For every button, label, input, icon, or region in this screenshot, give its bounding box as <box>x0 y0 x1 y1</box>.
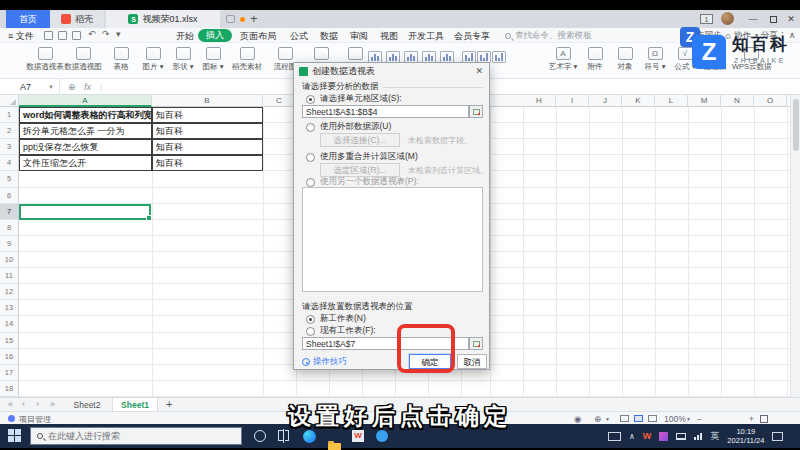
dialog-close-icon[interactable]: ✕ <box>475 66 483 76</box>
page-break-view-button[interactable] <box>648 415 657 422</box>
cancel-button[interactable]: 取消 <box>457 354 487 369</box>
cell-A3[interactable]: ppt没保存怎么恢复 <box>19 139 152 155</box>
row-header-12[interactable]: 12 <box>0 284 19 300</box>
row-header-15[interactable]: 15 <box>0 333 19 349</box>
page-layout-view-button[interactable] <box>634 415 643 422</box>
radio-new-worksheet[interactable]: 新工作表(N) <box>306 313 366 325</box>
save-icon[interactable] <box>44 31 53 40</box>
range-picker-button[interactable] <box>469 105 483 118</box>
cell-A4[interactable]: 文件压缩怎么开 <box>19 155 152 171</box>
focus-mode-icon[interactable]: ⊕ <box>594 414 601 424</box>
eye-protection-icon[interactable]: ◉ <box>574 414 581 424</box>
row-header-7[interactable]: 7 <box>0 204 19 220</box>
print-icon[interactable] <box>58 31 67 40</box>
avatar[interactable] <box>721 12 734 25</box>
cell-B3[interactable]: 知百科 <box>152 139 263 155</box>
ribbon-button-图标[interactable]: 图标 ▾ <box>194 47 232 72</box>
tips-link[interactable]: 操作技巧 <box>302 356 347 368</box>
row-header-5[interactable]: 5 <box>0 171 19 187</box>
radio-external-source[interactable]: 使用外部数据源(U) <box>306 121 391 133</box>
close-button[interactable]: ✕ <box>782 10 800 28</box>
ribbon-tab-开始[interactable]: 开始 <box>176 30 194 43</box>
row-header-14[interactable]: 14 <box>0 316 19 332</box>
cell-A2[interactable]: 拆分单元格怎么弄 一分为 <box>19 123 152 139</box>
sheet-tab-Sheet2[interactable]: Sheet2 <box>64 398 110 412</box>
dialog-title-bar[interactable]: 创建数据透视表 <box>294 63 489 79</box>
next-sheet-icon[interactable]: › <box>36 399 39 409</box>
export-icon[interactable] <box>72 31 81 40</box>
ribbon-button-数据透视图[interactable]: 数据透视图 <box>64 47 102 72</box>
zoom-in-button[interactable]: + <box>749 414 754 424</box>
normal-view-button[interactable] <box>620 415 629 422</box>
radio-cell-range[interactable]: 请选择单元格区域(S): <box>306 93 402 105</box>
sparkline-icon[interactable] <box>492 51 506 63</box>
last-sheet-icon[interactable]: » <box>50 399 55 409</box>
first-sheet-icon[interactable]: « <box>8 399 13 409</box>
range-picker-button[interactable] <box>469 337 483 350</box>
ribbon-tab-公式[interactable]: 公式 <box>290 30 308 43</box>
column-header-C[interactable]: C <box>263 95 296 107</box>
column-header-I[interactable]: I <box>556 95 589 107</box>
taskbar-clock[interactable]: 10:19 2021/11/24 <box>727 427 764 445</box>
cortana-icon[interactable] <box>254 430 266 442</box>
column-header-M[interactable]: M <box>688 95 721 107</box>
minimize-button[interactable]: — <box>744 10 762 28</box>
selected-cell-A7[interactable] <box>19 204 151 220</box>
sheet-tab-Sheet1[interactable]: Sheet1 <box>112 398 158 412</box>
select-all-corner[interactable] <box>0 95 19 107</box>
wps-tray-icon[interactable]: W <box>643 431 652 441</box>
row-header-8[interactable]: 8 <box>0 220 19 236</box>
pivottable-listbox[interactable] <box>302 187 483 292</box>
insert-function-icon[interactable]: ⊕ <box>68 79 76 95</box>
row-header-17[interactable]: 17 <box>0 365 19 381</box>
row-header-13[interactable]: 13 <box>0 300 19 316</box>
tab-docer[interactable]: 稻壳 <box>50 10 104 28</box>
column-header-J[interactable]: J <box>589 95 622 107</box>
radio-existing-worksheet[interactable]: 现有工作表(F): <box>306 325 376 337</box>
ribbon-tab-页面布局[interactable]: 页面布局 <box>240 30 276 43</box>
cell-A1[interactable]: word如何调整表格的行高和列宽 <box>19 107 152 123</box>
fullscreen-icon[interactable] <box>760 415 768 423</box>
undo-icon[interactable]: ↶ <box>88 29 96 39</box>
customize-caret-icon[interactable]: ▾ <box>116 29 121 39</box>
ribbon-tab-会员专享[interactable]: 会员专享 <box>454 30 490 43</box>
news-tray-icon[interactable] <box>608 432 621 441</box>
maximize-button[interactable] <box>764 10 782 28</box>
command-search[interactable]: 查找命令、搜索模板 <box>505 30 592 42</box>
zoom-caret-icon[interactable]: ▼ <box>686 416 691 422</box>
row-header-18[interactable]: 18 <box>0 381 19 397</box>
cell-range-input[interactable] <box>302 105 469 118</box>
ribbon-tab-开发工具[interactable]: 开发工具 <box>408 30 444 43</box>
cell-B2[interactable]: 知百科 <box>152 123 263 139</box>
cell-B4[interactable]: 知百科 <box>152 155 263 171</box>
add-sheet-button[interactable]: + <box>166 398 172 410</box>
app-tray-icon[interactable] <box>659 432 668 441</box>
prev-sheet-icon[interactable]: ‹ <box>22 399 25 409</box>
column-header-H[interactable]: H <box>523 95 556 107</box>
network-tray-icon[interactable] <box>694 433 702 440</box>
ribbon-button-数据透视表[interactable]: 数据透视表 <box>26 47 64 72</box>
column-header-K[interactable]: K <box>622 95 655 107</box>
start-button[interactable] <box>8 429 21 442</box>
ribbon-button-稻壳素材[interactable]: 稻壳素材 <box>228 47 266 72</box>
row-header-16[interactable]: 16 <box>0 349 19 365</box>
tab-home[interactable]: 首页 <box>6 10 50 28</box>
radio-multi-consolidation[interactable]: 使用多重合并计算区域(M) <box>306 151 418 163</box>
column-header-A[interactable]: A <box>19 95 152 107</box>
cell-B1[interactable]: 知百科 <box>152 107 263 123</box>
taskbar-search[interactable] <box>30 427 242 445</box>
row-header-9[interactable]: 9 <box>0 236 19 252</box>
row-header-10[interactable]: 10 <box>0 252 19 268</box>
battery-tray-icon[interactable] <box>676 433 686 440</box>
zoom-out-button[interactable]: − <box>697 414 702 424</box>
column-header-B[interactable]: B <box>152 95 263 107</box>
fx-icon[interactable]: fx <box>84 79 91 95</box>
hidden-icons-chevron[interactable]: ∧ <box>629 432 635 441</box>
row-header-6[interactable]: 6 <box>0 188 19 204</box>
tab-document[interactable]: S 视频荣01.xlsx <box>106 10 220 28</box>
ribbon-tab-插入[interactable]: 插入 <box>198 29 232 42</box>
ribbon-tab-数据[interactable]: 数据 <box>320 30 338 43</box>
taskbar-search-input[interactable] <box>48 431 218 441</box>
zoom-level[interactable]: 100% <box>664 414 686 424</box>
window-count-badge[interactable]: 1 <box>700 14 713 24</box>
